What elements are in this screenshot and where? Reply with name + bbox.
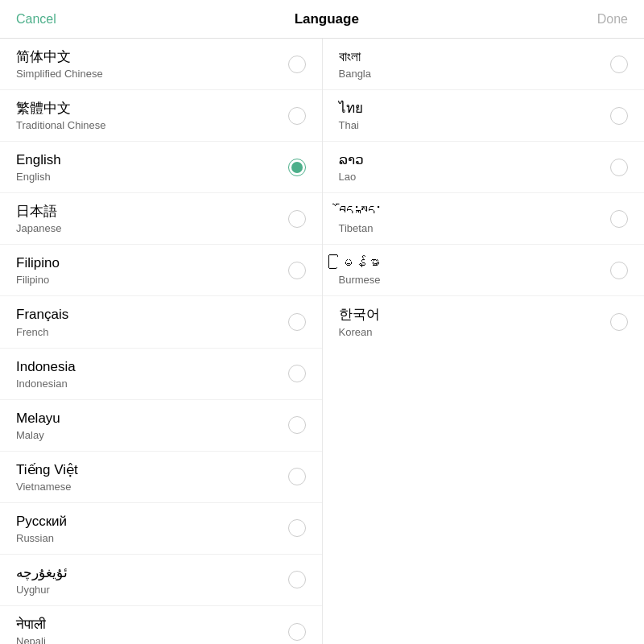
list-item[interactable]: FilipinoFilipino — [0, 245, 322, 296]
language-native-name: Melayu — [16, 410, 60, 427]
language-native-name: English — [16, 151, 61, 169]
list-item[interactable]: Tiếng ViệtVietnamese — [0, 452, 322, 503]
radio-button[interactable] — [288, 416, 306, 434]
radio-button[interactable] — [288, 262, 306, 279]
radio-button[interactable] — [288, 107, 306, 125]
language-english-name: Vietnamese — [16, 481, 78, 493]
radio-button[interactable] — [288, 571, 306, 588]
header: Cancel Language Done — [0, 0, 644, 39]
radio-button[interactable] — [288, 623, 306, 641]
list-item[interactable]: বাংলাBangla — [323, 39, 645, 90]
language-native-name: ئۇيغۇرچە — [16, 564, 68, 582]
language-native-name: ไทย — [339, 100, 363, 118]
language-native-name: 繁體中文 — [16, 100, 106, 118]
language-native-name: नेपाली — [16, 616, 46, 634]
radio-button[interactable] — [288, 365, 306, 382]
radio-button[interactable] — [288, 468, 306, 485]
radio-button[interactable] — [288, 210, 306, 228]
list-item[interactable]: EnglishEnglish — [0, 142, 322, 193]
language-english-name: Japanese — [16, 222, 61, 234]
language-native-name: Filipino — [16, 254, 60, 272]
language-native-name: 한국어 — [339, 306, 380, 324]
list-item[interactable]: 简体中文Simplified Chinese — [0, 39, 322, 90]
radio-button[interactable] — [610, 262, 628, 279]
language-english-name: French — [16, 326, 68, 338]
language-english-name: Tibetan — [339, 222, 382, 234]
language-english-name: Lao — [339, 171, 364, 183]
language-english-name: English — [16, 171, 61, 183]
language-english-name: Nepali — [16, 635, 46, 644]
language-english-name: Korean — [339, 326, 380, 338]
list-item[interactable]: ئۇيغۇرچەUyghur — [0, 555, 322, 606]
language-native-name: မြန်မာ — [339, 254, 381, 272]
language-english-name: Thai — [339, 119, 363, 131]
language-native-name: বাংলা — [339, 48, 371, 66]
list-item[interactable]: IndonesiaIndonesian — [0, 349, 322, 400]
language-native-name: Français — [16, 306, 68, 324]
list-item[interactable]: 繁體中文Traditional Chinese — [0, 90, 322, 142]
language-native-name: 简体中文 — [16, 48, 103, 66]
radio-button[interactable] — [288, 519, 306, 537]
radio-button[interactable] — [610, 159, 628, 176]
list-item[interactable]: 日本語Japanese — [0, 193, 322, 245]
language-english-name: Simplified Chinese — [16, 68, 103, 80]
language-english-name: Malay — [16, 429, 60, 441]
right-column: বাংলাBanglaไทยThaiລາວLaoབོད་སྐད་Tibetanမ… — [323, 39, 645, 644]
language-native-name: Русский — [16, 513, 67, 530]
language-native-name: བོད་སྐད་ — [339, 203, 382, 221]
list-item[interactable]: བོད་སྐད་Tibetan — [323, 193, 645, 245]
language-english-name: Russian — [16, 532, 67, 544]
radio-button[interactable] — [288, 56, 306, 73]
radio-button[interactable] — [610, 107, 628, 125]
language-native-name: 日本語 — [16, 203, 61, 221]
radio-button[interactable] — [288, 313, 306, 331]
left-column: 简体中文Simplified Chinese繁體中文Traditional Ch… — [0, 39, 323, 644]
radio-button[interactable] — [610, 210, 628, 228]
list-item[interactable]: မြန်မာBurmese — [323, 245, 645, 296]
language-english-name: Bangla — [339, 68, 371, 80]
radio-button[interactable] — [288, 159, 306, 176]
list-item[interactable]: नेपालीNepali — [0, 606, 322, 644]
cancel-button[interactable]: Cancel — [16, 12, 56, 27]
list-item[interactable]: FrançaisFrench — [0, 296, 322, 348]
language-english-name: Uyghur — [16, 584, 68, 596]
language-english-name: Filipino — [16, 274, 60, 286]
list-item[interactable]: ລາວLao — [323, 142, 645, 193]
radio-button[interactable] — [610, 313, 628, 331]
list-item[interactable]: ไทยThai — [323, 90, 645, 142]
language-list-container: 简体中文Simplified Chinese繁體中文Traditional Ch… — [0, 39, 644, 644]
list-item[interactable]: РусскийRussian — [0, 503, 322, 555]
language-english-name: Burmese — [339, 274, 381, 286]
radio-button[interactable] — [610, 56, 628, 73]
radio-inner-dot — [291, 162, 303, 173]
list-item[interactable]: 한국어Korean — [323, 296, 645, 347]
language-native-name: ລາວ — [339, 151, 364, 169]
list-item[interactable]: MelayuMalay — [0, 400, 322, 452]
page-title: Language — [295, 11, 359, 27]
language-english-name: Indonesian — [16, 378, 76, 390]
language-native-name: Tiếng Việt — [16, 461, 78, 479]
done-button[interactable]: Done — [597, 12, 628, 27]
language-native-name: Indonesia — [16, 358, 76, 376]
language-english-name: Traditional Chinese — [16, 119, 106, 131]
